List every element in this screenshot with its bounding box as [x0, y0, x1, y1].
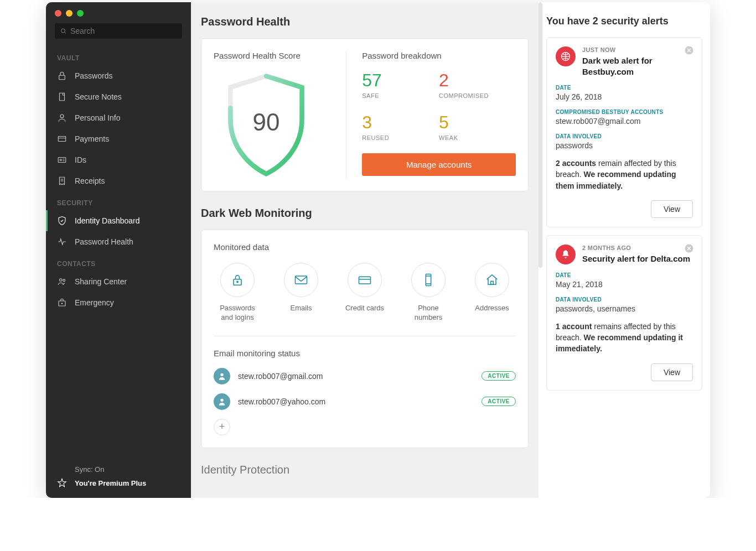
window-controls [46, 2, 191, 21]
alert-time: JUST NOW [582, 46, 693, 53]
alert-title: Dark web alert for Bestbuy.com [582, 55, 693, 77]
premium-status[interactable]: You're Premium Plus [57, 478, 180, 488]
svg-point-3 [60, 115, 64, 118]
sidebar-item-passwords[interactable]: Passwords [46, 65, 191, 86]
sidebar-item-personal-info[interactable]: Personal Info [46, 107, 191, 128]
health-score-section: Password Health Score 90 [214, 51, 346, 179]
svg-rect-19 [296, 276, 307, 284]
sidebar-item-secure-notes[interactable]: Secure Notes [46, 86, 191, 107]
minimize-window-button[interactable] [66, 10, 73, 17]
bell-icon [560, 249, 571, 260]
monitored-label: Emails [277, 304, 325, 313]
scrollbar[interactable] [538, 2, 542, 268]
alerts-header: You have 2 security alerts [546, 15, 702, 27]
alert-message: 1 account remains affected by this breac… [556, 321, 693, 355]
premium-label: You're Premium Plus [75, 479, 146, 487]
breakdown-section: Password breakdown 57 SAFE 2 COMPROMISED… [346, 51, 516, 179]
close-window-button[interactable] [55, 10, 61, 17]
add-email-button[interactable]: + [214, 419, 230, 435]
sidebar-item-sharing-center[interactable]: Sharing Center [46, 271, 191, 292]
alert-title: Security alert for Delta.com [582, 253, 693, 264]
sidebar: VAULT Passwords Secure Notes Personal In… [46, 2, 191, 498]
compromised-account: stew.rob007@gmail.com [556, 117, 693, 126]
close-icon [684, 243, 694, 253]
receipt-icon [57, 176, 67, 186]
search-input[interactable] [70, 27, 177, 35]
data-involved: passwords, usernames [556, 304, 693, 313]
svg-point-27 [220, 398, 223, 401]
section-header-contacts: CONTACTS [46, 252, 191, 271]
sidebar-item-label: IDs [75, 155, 86, 164]
field-label: DATA INVOLVED [556, 297, 693, 303]
manage-accounts-button[interactable]: Manage accounts [362, 153, 516, 176]
sidebar-item-emergency[interactable]: Emergency [46, 292, 191, 313]
shield-icon [57, 216, 67, 226]
svg-rect-4 [58, 137, 66, 142]
monitored-passwords: Passwords and logins [214, 263, 261, 323]
monitored-label: Addresses [468, 304, 516, 313]
monitored-addresses: Addresses [468, 263, 516, 323]
breakdown-safe-count: 57 [362, 71, 439, 89]
svg-point-26 [220, 373, 223, 376]
sidebar-item-label: Receipts [75, 176, 105, 185]
svg-point-18 [237, 281, 238, 282]
email-address: stew.rob007@gmail.com [238, 372, 474, 381]
pulse-icon [57, 237, 67, 247]
breakdown-weak: 5 WEAK [439, 113, 516, 141]
monitored-phone: Phone numbers [405, 263, 452, 323]
svg-rect-20 [359, 277, 371, 284]
monitored-label: Credit cards [341, 304, 389, 313]
sidebar-item-label: Password Health [75, 237, 133, 246]
section-header-security: SECURITY [46, 191, 191, 210]
view-alert-button[interactable]: View [651, 363, 693, 381]
field-label: DATA INVOLVED [556, 133, 693, 139]
divider [214, 336, 516, 336]
sidebar-item-label: Secure Notes [75, 92, 122, 101]
alert-icon [556, 245, 576, 264]
avatar-icon [214, 393, 230, 410]
app-window: VAULT Passwords Secure Notes Personal In… [46, 2, 710, 498]
email-address: stew.rob007@yahoo.com [238, 397, 474, 406]
sidebar-item-payments[interactable]: Payments [46, 128, 191, 149]
people-icon [57, 277, 67, 287]
breakdown-compromised: 2 COMPROMISED [439, 71, 516, 99]
monitored-emails: Emails [277, 263, 325, 323]
monitored-credit-cards: Credit cards [341, 263, 389, 323]
maximize-window-button[interactable] [77, 10, 84, 17]
health-score-value: 90 [253, 108, 280, 136]
dismiss-alert-button[interactable] [684, 243, 694, 253]
dismiss-alert-button[interactable] [684, 45, 694, 55]
view-alert-button[interactable]: View [651, 200, 693, 218]
main-content: Password Health Password Health Score 90 [191, 2, 538, 498]
sidebar-item-password-health[interactable]: Password Health [46, 231, 191, 252]
breakdown-safe-label: SAFE [362, 92, 439, 99]
alert-icon [556, 46, 576, 66]
sidebar-item-receipts[interactable]: Receipts [46, 170, 191, 191]
sidebar-item-identity-dashboard[interactable]: Identity Dashboard [46, 210, 191, 231]
breakdown-weak-label: WEAK [439, 134, 516, 141]
emergency-icon [57, 298, 67, 308]
alerts-panel: You have 2 security alerts JUST NOW Dark… [538, 2, 710, 498]
alert-time: 2 MONTHS AGO [582, 245, 693, 251]
email-row: stew.rob007@gmail.com ACTIVE [214, 368, 516, 384]
alert-card: 2 MONTHS AGO Security alert for Delta.co… [546, 235, 702, 391]
breakdown-safe: 57 SAFE [362, 71, 439, 99]
field-label: DATE [556, 272, 693, 278]
monitored-label: Phone numbers [405, 304, 452, 323]
field-label: DATE [556, 85, 693, 91]
data-involved: passwords [556, 141, 693, 150]
field-label: COMPROMISED BESTBUY ACCOUNTS [556, 109, 693, 115]
home-icon [484, 272, 500, 288]
password-health-heading: Password Health [201, 15, 529, 28]
avatar-icon [214, 368, 230, 384]
sidebar-item-ids[interactable]: IDs [46, 149, 191, 170]
card-icon [357, 272, 372, 288]
search-box[interactable] [55, 23, 182, 39]
email-row: stew.rob007@yahoo.com ACTIVE [214, 393, 516, 410]
identity-protection-heading: Identity Protection [201, 464, 529, 476]
svg-line-1 [64, 32, 65, 33]
card-icon [57, 134, 67, 144]
breakdown-weak-count: 5 [439, 113, 516, 131]
section-header-vault: VAULT [46, 46, 191, 65]
svg-point-7 [60, 159, 61, 161]
